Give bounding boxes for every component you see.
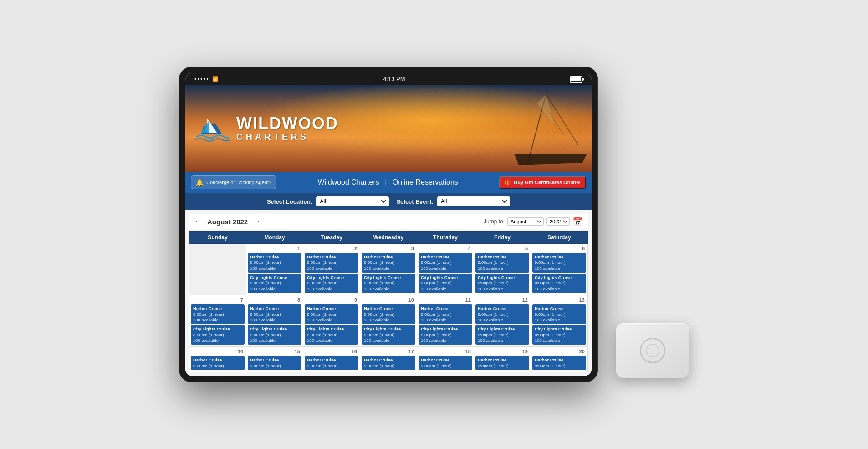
calendar-event[interactable]: City Lights Cruise8:00pm (1 hour)100 ava… — [475, 325, 529, 345]
calendar-event[interactable]: Harbor Cruise9:00am (1 hour)100 availabl… — [191, 304, 245, 324]
calendar-event[interactable]: City Lights Cruise8:00pm (1 hour)100 ava… — [191, 325, 245, 345]
calendar-nav: ← August 2022 → Jump to: August JanuaryF… — [189, 214, 588, 229]
calendar-event[interactable]: City Lights Cruise8:00pm (1 hour)100 ava… — [362, 274, 415, 293]
calendar-event[interactable]: City Lights Cruise8:00pm (1 hour)100 ava… — [248, 274, 301, 293]
event-availability: 100 available — [250, 317, 299, 323]
calendar-event[interactable]: Harbor Cruise9:00am (1 hour)100 availabl… — [419, 304, 472, 324]
event-time: 8:00pm (1 hour) — [364, 280, 413, 286]
calendar-event[interactable]: City Lights Cruise8:00pm (1 hour)100 ava… — [419, 325, 472, 345]
calendar-event[interactable]: City Lights Cruise8:00pm (1 hour)100 ava… — [305, 325, 358, 345]
calendar-event[interactable]: City Lights Cruise8:00pm (1 hour)100 ava… — [305, 274, 358, 293]
event-name: City Lights Cruise — [364, 275, 413, 280]
event-time: 8:00pm (1 hour) — [478, 332, 527, 338]
event-name: City Lights Cruise — [535, 326, 584, 332]
event-availability: 100 available — [364, 266, 413, 271]
event-time: 9:00am (1 hour) — [535, 260, 584, 265]
calendar-event[interactable]: Harbor Cruise9:00am (1 hour) — [305, 356, 358, 370]
calendar-event[interactable]: Harbor Cruise9:00am (1 hour) — [532, 356, 586, 370]
event-name: Harbor Cruise — [421, 254, 470, 260]
calendar-event[interactable]: Harbor Cruise9:00am (1 hour) — [419, 356, 472, 370]
calendar-event[interactable]: Harbor Cruise9:00am (1 hour) — [475, 356, 529, 370]
gift-certificates-button[interactable]: 🎁 Buy Gift Certificates Online! — [499, 176, 586, 189]
calendar-icon[interactable]: 📅 — [572, 217, 582, 227]
calendar-event[interactable]: Harbor Cruise9:00am (1 hour)100 availabl… — [305, 304, 358, 324]
calendar-event[interactable]: Harbor Cruise9:00am (1 hour)100 availabl… — [532, 253, 586, 273]
event-time: 9:00am (1 hour) — [364, 363, 413, 369]
event-time: 8:00pm (1 hour) — [421, 280, 470, 286]
jump-year-select[interactable]: 2022202020212023 — [546, 217, 570, 226]
calendar-day-cell: 17Harbor Cruise9:00am (1 hour) — [360, 347, 417, 372]
calendar-event[interactable]: Harbor Cruise9:00am (1 hour)100 availabl… — [305, 253, 358, 273]
calendar-event[interactable]: Harbor Cruise9:00am (1 hour)100 availabl… — [362, 253, 415, 273]
event-availability: 100 available — [535, 266, 584, 271]
jump-to-group: Jump to: August JanuaryFebruaryMarch Apr… — [484, 217, 582, 227]
event-time: 8:00pm (1 hour) — [307, 332, 356, 338]
calendar-event[interactable]: City Lights Cruise8:00pm (1 hour)100 ava… — [532, 325, 586, 345]
nav-title: Wildwood Charters | Online Reservations — [282, 178, 494, 186]
current-month-label: August 2022 — [207, 218, 248, 226]
event-availability: 100 available — [478, 338, 527, 343]
calendar-day-cell: 8Harbor Cruise9:00am (1 hour)100 availab… — [246, 295, 303, 347]
ipad-device: ••••• 📶 4:13 PM — [179, 67, 598, 382]
calendar-day-cell: 10Harbor Cruise9:00am (1 hour)100 availa… — [360, 295, 417, 347]
prev-month-button[interactable]: ← — [194, 217, 202, 226]
calendar-event[interactable]: Harbor Cruise9:00am (1 hour)100 availabl… — [475, 253, 529, 273]
calendar-event[interactable]: City Lights Cruise8:00pm (1 hour)100 ava… — [532, 274, 586, 293]
event-name: Harbor Cruise — [250, 357, 299, 363]
calendar-event[interactable]: Harbor Cruise9:00am (1 hour)100 availabl… — [419, 253, 472, 273]
event-time: 8:00pm (1 hour) — [478, 280, 527, 286]
calendar-day-cell: 6Harbor Cruise9:00am (1 hour)100 availab… — [531, 244, 588, 295]
event-name: City Lights Cruise — [250, 275, 299, 280]
event-name: Harbor Cruise — [421, 306, 470, 311]
calendar-event[interactable]: City Lights Cruise8:00pm (1 hour)100 ava… — [362, 325, 415, 345]
event-time: 8:00pm (1 hour) — [250, 280, 299, 286]
event-availability: 100 available — [307, 266, 356, 271]
day-number: 2 — [304, 245, 359, 252]
event-availability: 100 available — [307, 286, 356, 292]
calendar-event[interactable]: Harbor Cruise9:00am (1 hour) — [191, 356, 245, 370]
day-number: 10 — [361, 296, 416, 304]
day-number: 20 — [532, 348, 587, 355]
event-name: City Lights Cruise — [478, 275, 527, 280]
day-number: 18 — [418, 348, 473, 355]
event-name: Harbor Cruise — [307, 306, 356, 311]
calendar-event[interactable]: City Lights Cruise8:00pm (1 hour)100 ava… — [475, 274, 529, 293]
calendar-header-friday: Friday — [474, 232, 531, 244]
event-name: Harbor Cruise — [307, 254, 356, 260]
calendar-event[interactable]: Harbor Cruise9:00am (1 hour) — [248, 356, 301, 370]
event-select[interactable]: All — [437, 196, 510, 206]
event-name: Harbor Cruise — [193, 306, 242, 311]
calendar-header-monday: Monday — [246, 232, 303, 244]
calendar-event[interactable]: Harbor Cruise9:00am (1 hour)100 availabl… — [362, 304, 415, 324]
event-availability: 100 available — [250, 338, 299, 343]
day-number: 5 — [475, 245, 530, 252]
calendar-event[interactable]: City Lights Cruise8:00pm (1 hour)100 ava… — [248, 325, 301, 345]
wifi-icon: 📶 — [212, 76, 219, 82]
calendar-event[interactable]: Harbor Cruise9:00am (1 hour)100 availabl… — [475, 304, 529, 324]
calendar-section: ← August 2022 → Jump to: August JanuaryF… — [185, 210, 592, 376]
day-number: 15 — [247, 348, 302, 355]
jump-month-select[interactable]: August JanuaryFebruaryMarch AprilMayJune… — [507, 217, 544, 226]
concierge-button[interactable]: 🔔 Concierge or Booking Agent? — [191, 175, 276, 189]
calendar-event[interactable]: Harbor Cruise9:00am (1 hour) — [362, 356, 415, 370]
logo-icon — [194, 110, 231, 147]
jump-to-label: Jump to: — [484, 218, 505, 225]
calendar-day-cell: 9Harbor Cruise9:00am (1 hour)100 availab… — [303, 295, 360, 347]
event-availability: 100 available — [364, 286, 413, 292]
calendar-event[interactable]: Harbor Cruise9:00am (1 hour)100 availabl… — [248, 304, 301, 324]
event-availability: 100 available — [421, 317, 470, 323]
location-select[interactable]: All — [316, 196, 389, 206]
calendar-event[interactable]: City Lights Cruise8:00pm (1 hour)100 ava… — [419, 274, 472, 293]
calendar-event[interactable]: Harbor Cruise9:00am (1 hour)100 availabl… — [532, 304, 586, 324]
next-month-button[interactable]: → — [253, 217, 260, 226]
calendar-event[interactable]: Harbor Cruise9:00am (1 hour)100 availabl… — [248, 253, 301, 273]
calendar-day-cell: 13Harbor Cruise9:00am (1 hour)100 availa… — [531, 295, 588, 347]
nav-business-name: Wildwood Charters — [318, 178, 379, 186]
event-time: 9:00am (1 hour) — [250, 312, 299, 317]
nav-bar: 🔔 Concierge or Booking Agent? Wildwood C… — [185, 172, 592, 193]
status-bar: ••••• 📶 4:13 PM — [185, 73, 592, 85]
day-number: 16 — [304, 348, 359, 355]
calendar-week-row: 1Harbor Cruise9:00am (1 hour)100 availab… — [189, 244, 588, 295]
event-time: 9:00am (1 hour) — [421, 363, 470, 369]
event-name: Harbor Cruise — [535, 306, 584, 311]
